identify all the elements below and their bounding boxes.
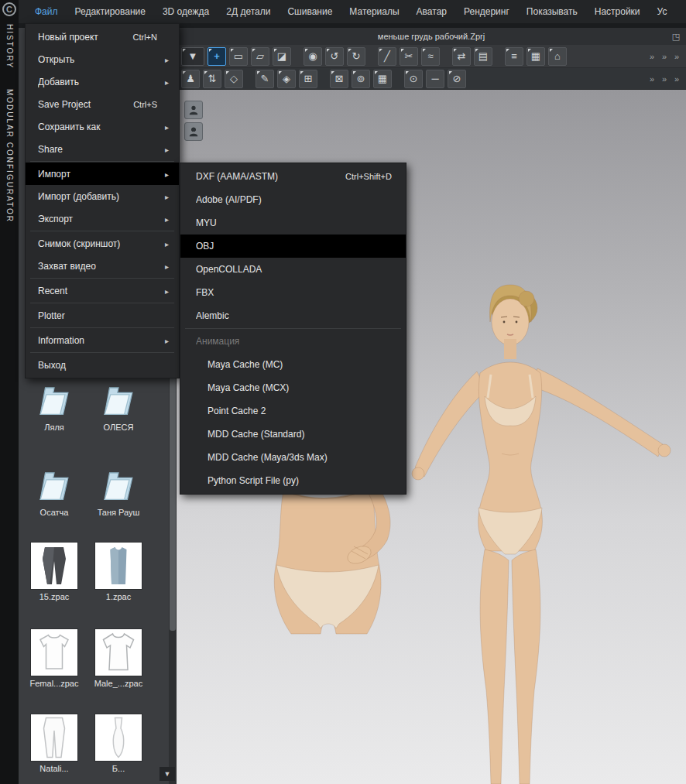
import-myu[interactable]: MYU [180,211,406,235]
menu-settings-cut[interactable]: Ус [649,0,676,23]
overflow-chevron-icon[interactable]: » [647,47,657,66]
import-opencollada[interactable]: OpenCOLLADA [180,258,406,281]
library-folder[interactable]: Таня Рауш [91,462,146,517]
import-mdd-cache-standard[interactable]: MDD Cache (Standard) [180,423,406,446]
garment-thumbnail [30,628,78,676]
overflow-chevron-icon[interactable]: » [647,70,657,88]
scissors-icon[interactable]: ✂ [400,47,418,66]
walk-icon[interactable]: ◇ [225,70,243,88]
file-menu-exit[interactable]: Выход [26,354,179,376]
import-mdd-cache-maya[interactable]: MDD Cache (Maya/3ds Max) [180,446,406,469]
library-garment[interactable]: Femal...zpac [27,628,81,688]
stack-icon[interactable]: ≡ [505,47,523,66]
file-menu-new-project[interactable]: Новый проектCtrl+N [26,26,179,48]
show-garment-button[interactable] [184,122,203,141]
library-garment[interactable]: Б... [91,714,146,773]
tape-measure-icon[interactable]: ✎ [256,70,274,88]
import-alembic[interactable]: Alembic [180,304,406,327]
file-menu-snapshot[interactable]: Снимок (скриншот) [26,232,179,255]
file-menu-save-as[interactable]: Сохранить как [26,115,179,138]
menu-edit[interactable]: Редактирование [67,0,154,23]
sewing-icon[interactable]: ≈ [421,47,440,66]
import-fbx[interactable]: FBX [180,281,406,304]
edit-pattern-icon[interactable]: ◪ [273,47,291,66]
menu-file[interactable]: Файл [26,0,67,23]
sidebar-tab-modular-configurator[interactable]: MODULAR CONFIGURATOR [5,89,14,223]
pin-icon[interactable]: ◉ [304,47,322,66]
file-menu-share[interactable]: Share [26,138,179,160]
file-menu-plotter[interactable]: Plotter [26,304,179,327]
menu-sewing[interactable]: Сшивание [279,0,341,23]
library-folder[interactable]: Ляля [27,377,81,432]
mesh-icon[interactable]: ▦ [373,70,392,88]
file-menu-export[interactable]: Экспорт [26,207,179,230]
measure-icon[interactable]: ╱ [378,47,396,66]
menu-materials[interactable]: Материалы [341,0,407,23]
submenu-arrow-icon [165,169,173,180]
rotate-cw-icon[interactable]: ↻ [347,47,365,66]
file-menu-open[interactable]: Открыть [26,48,179,70]
float-panel-icon[interactable]: ◳ [670,30,682,43]
rotate-ccw-icon[interactable]: ↺ [325,47,344,66]
import-dxf[interactable]: DXF (AAMA/ASTM)Ctrl+Shift+D [180,165,406,188]
file-menu-information[interactable]: Information [26,329,179,351]
bounding-volume-icon[interactable]: ⊠ [330,70,348,88]
menu-label: OpenCOLLADA [196,264,400,275]
show-avatar-button[interactable] [184,101,203,119]
menu-2d-pattern[interactable]: 2Д детали [218,0,279,23]
layers-icon[interactable]: ▤ [474,47,492,66]
avatar-icon[interactable]: ♟ [181,70,200,88]
submenu-arrow-icon [165,191,173,202]
file-menu-import-add[interactable]: Импорт (добавить) [26,185,179,207]
scrollbar-thumb[interactable] [170,377,176,631]
import-obj[interactable]: OBJ [180,235,406,258]
line-icon[interactable]: ─ [426,70,444,88]
scroll-down-icon[interactable]: ▼ [159,767,175,781]
menu-label: Новый проект [38,32,127,43]
menu-avatar[interactable]: Аватар [408,0,455,23]
menu-label: Point Cache 2 [208,406,400,416]
arrange-point-icon[interactable]: ⊞ [299,70,317,88]
import-adobe[interactable]: Adobe (AI/PDF) [180,188,406,211]
lock-icon[interactable]: ⊘ [448,70,466,88]
simulate-icon[interactable]: ▼ [181,47,204,66]
library-garment[interactable]: 1.zpac [91,542,146,601]
menu-label: FBX [196,287,400,298]
file-menu-recent[interactable]: Recent [26,279,179,302]
pose-icon[interactable]: ⇅ [203,70,221,88]
menu-preferences[interactable]: Настройки [586,0,649,23]
library-garment[interactable]: 15.zpac [27,542,81,601]
import-maya-cache-mcx[interactable]: Maya Cache (MCX) [180,376,406,399]
library-folder[interactable]: ОЛЕСЯ [91,377,146,432]
transform-pattern-icon[interactable]: ▱ [251,47,269,66]
file-menu-add[interactable]: Добавить [26,70,179,93]
overflow-chevron-icon[interactable]: » [672,70,681,88]
overflow-chevron-icon[interactable]: » [672,47,681,66]
import-point-cache-2[interactable]: Point Cache 2 [180,399,406,423]
menu-separator [30,352,174,353]
file-menu-save-project[interactable]: Save ProjectCtrl+S [26,93,179,115]
menu-3d-garment[interactable]: 3D одежда [154,0,218,23]
menu-render[interactable]: Рендеринг [455,0,518,23]
fit-icon[interactable]: ◈ [277,70,296,88]
import-maya-cache-mc[interactable]: Maya Cache (MC) [180,353,406,376]
submenu-arrow-icon [165,144,173,155]
menu-display[interactable]: Показывать [518,0,586,23]
menu-separator [30,327,174,328]
library-folder[interactable]: Осатча [27,462,81,517]
rect-select-icon[interactable]: ▭ [229,47,248,66]
arrange-icon[interactable]: ▦ [527,47,545,66]
overflow-chevron-icon[interactable]: » [660,47,669,66]
swap-icon[interactable]: ⇄ [452,47,471,66]
file-menu-video-capture[interactable]: Захват видео [26,255,179,277]
skin-offset-icon[interactable]: ⊚ [352,70,370,88]
library-garment[interactable]: Male_...zpac [91,628,146,688]
overflow-chevron-icon[interactable]: » [660,70,669,88]
hanger-icon[interactable]: ⌂ [548,47,567,66]
sidebar-tab-history[interactable]: HISTORY [5,24,14,69]
library-garment[interactable]: Natali... [27,714,81,773]
import-python-script[interactable]: Python Script File (py) [180,469,406,492]
file-menu-import[interactable]: Импорт [26,163,179,185]
dots-icon[interactable]: ⊙ [404,70,423,88]
move-tool-icon[interactable]: + [208,47,226,66]
